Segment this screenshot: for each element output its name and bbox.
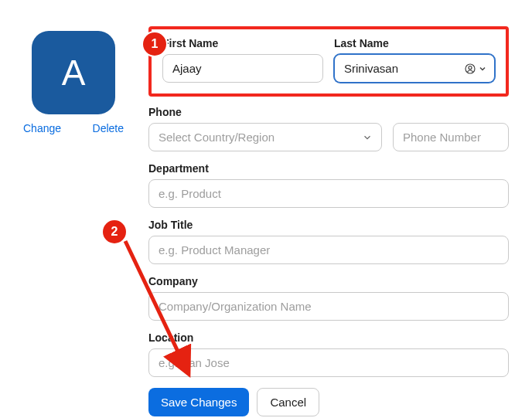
- profile-form: First Name Last Name: [148, 23, 509, 416]
- name-row-highlight: First Name Last Name: [148, 26, 509, 97]
- department-label: Department: [148, 162, 509, 175]
- first-name-input[interactable]: [162, 54, 323, 83]
- annotation-badge-1: 1: [143, 32, 166, 56]
- phone-country-select[interactable]: Select Country/Region: [148, 123, 382, 151]
- avatar-delete-link[interactable]: Delete: [93, 122, 124, 134]
- svg-point-0: [466, 64, 475, 73]
- company-input[interactable]: [148, 292, 509, 321]
- first-name-label: First Name: [162, 37, 323, 49]
- avatar-change-link[interactable]: Change: [23, 122, 61, 134]
- annotation-badge-2: 2: [103, 220, 126, 243]
- chevron-down-icon[interactable]: [478, 64, 487, 73]
- avatar-column: A Change Delete: [23, 23, 124, 416]
- svg-point-1: [469, 66, 472, 69]
- cancel-button[interactable]: Cancel: [257, 388, 319, 416]
- job-title-input[interactable]: [148, 236, 509, 264]
- save-button[interactable]: Save Changes: [148, 388, 249, 416]
- location-label: Location: [148, 331, 509, 344]
- phone-number-input[interactable]: [393, 123, 509, 151]
- department-input[interactable]: [148, 179, 509, 208]
- avatar[interactable]: A: [32, 31, 115, 114]
- location-input[interactable]: [148, 348, 509, 377]
- phone-label: Phone: [148, 106, 509, 118]
- job-title-label: Job Title: [148, 219, 509, 231]
- contacts-icon[interactable]: [464, 63, 476, 75]
- last-name-label: Last Name: [334, 37, 495, 49]
- company-label: Company: [148, 275, 509, 287]
